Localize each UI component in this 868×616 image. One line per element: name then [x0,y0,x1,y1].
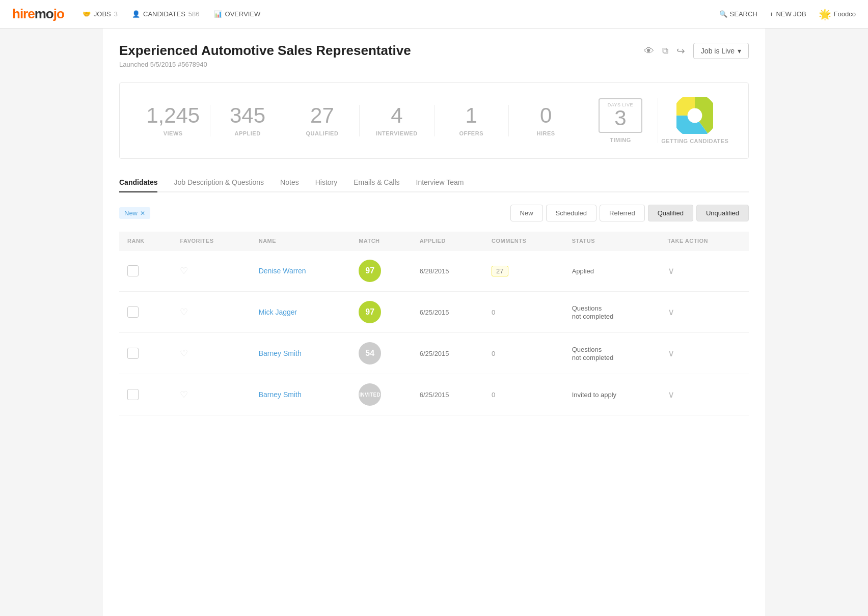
share-icon[interactable]: ↪ [676,45,685,57]
stat-hires: 0 HIRES [509,105,583,136]
nav-jobs[interactable]: 🤝 JOBS 3 [83,10,118,18]
search-icon: 🔍 [719,10,727,18]
stat-hires-value: 0 [509,105,583,126]
candidates-icon: 👤 [132,10,140,18]
row-checkbox[interactable] [127,265,139,276]
cell-status: Invited to apply [564,374,660,415]
chevron-down-icon: ▾ [738,47,741,55]
row-checkbox[interactable] [127,306,139,318]
nav-search[interactable]: 🔍 SEARCH [719,10,757,18]
cell-action: ∨ [660,333,749,374]
stat-interviewed-label: INTERVIEWED [360,130,433,136]
filter-btn-referred[interactable]: Referred [600,205,645,221]
cell-favorites: ♡ [172,250,250,292]
cell-rank [119,374,172,415]
filter-tag-close[interactable]: ✕ [140,210,145,217]
status-text2: not completed [572,354,614,361]
filter-btn-unqualified[interactable]: Unqualified [696,205,749,221]
filter-btn-scheduled[interactable]: Scheduled [546,205,596,221]
action-chevron-icon[interactable]: ∨ [668,389,674,400]
nav-new-job[interactable]: + NEW JOB [770,10,806,18]
filter-buttons: New Scheduled Referred Qualified Unquali… [510,205,749,221]
company-icon: 🌟 [819,8,831,20]
tab-notes[interactable]: Notes [280,173,299,192]
applied-date: 6/28/2015 [420,267,449,275]
stat-qualified: 27 QUALIFIED [285,105,360,136]
candidates-table: RANK FAVORITES NAME MATCH APPLIED COMMEN… [119,232,749,415]
action-chevron-icon[interactable]: ∨ [668,307,674,317]
nav-jobs-count: 3 [114,10,118,18]
candidate-name[interactable]: Mick Jagger [259,308,297,316]
nav-overview[interactable]: 📊 OVERVIEW [214,10,261,18]
cell-status: Questionsnot completed [564,292,660,333]
nav-company-label: Foodco [834,10,856,18]
cell-action: ∨ [660,292,749,333]
nav-candidates[interactable]: 👤 CANDIDATES 586 [132,10,200,18]
stat-timing: DAYS LIVE 3 TIMING [583,98,658,143]
candidate-name[interactable]: Barney Smith [259,349,302,357]
status-text: Questions [572,304,602,312]
stat-applied-label: APPLIED [210,130,284,136]
filter-btn-qualified[interactable]: Qualified [648,205,693,221]
favorite-heart-icon[interactable]: ♡ [180,348,188,358]
cell-rank [119,333,172,374]
tab-candidates[interactable]: Candidates [119,173,157,192]
job-actions: 👁 ⧉ ↪ Job is Live ▾ [644,43,749,59]
stat-qualified-label: QUALIFIED [285,130,359,136]
pie-label: GETTING CANDIDATES [661,138,728,144]
filter-tag-label: New [124,209,138,217]
stat-interviewed-value: 4 [360,105,433,126]
cell-rank [119,250,172,292]
filter-tag-new[interactable]: New ✕ [119,207,150,219]
favorite-heart-icon[interactable]: ♡ [180,266,188,276]
cell-match: 54 [350,333,412,374]
copy-icon[interactable]: ⧉ [662,46,668,56]
pie-chart-container: GETTING CANDIDATES [658,97,732,144]
table-row: ♡ Mick Jagger 97 6/25/2015 0 Questionsno… [119,292,749,333]
applied-date: 6/25/2015 [420,391,449,399]
cell-match: INVITED [350,374,412,415]
row-checkbox[interactable] [127,389,139,400]
favorite-heart-icon[interactable]: ♡ [180,389,188,400]
active-filter: New ✕ [119,207,150,219]
col-favorites: FAVORITES [172,232,250,250]
row-checkbox[interactable] [127,348,139,359]
candidate-name[interactable]: Barney Smith [259,390,302,399]
candidate-name[interactable]: Denise Warren [259,267,306,275]
tabs: Candidates Job Description & Questions N… [119,173,749,192]
nav-company[interactable]: 🌟 Foodco [819,8,856,20]
stat-views: 1,245 VIEWS [136,105,210,136]
top-nav: hiremojo 🤝 JOBS 3 👤 CANDIDATES 586 📊 OVE… [0,0,868,29]
match-badge: INVITED [359,383,381,406]
overview-icon: 📊 [214,10,222,18]
col-rank: RANK [119,232,172,250]
cell-name: Barney Smith [251,333,350,374]
favorite-heart-icon[interactable]: ♡ [180,307,188,317]
filter-btn-new[interactable]: New [510,205,543,221]
cell-action: ∨ [660,374,749,415]
tab-job-description[interactable]: Job Description & Questions [174,173,264,192]
col-take-action: TAKE ACTION [660,232,749,250]
cell-applied: 6/25/2015 [412,292,483,333]
timing-box: DAYS LIVE 3 [599,98,642,133]
logo[interactable]: hiremojo [12,6,64,22]
stat-applied-value: 345 [210,105,284,126]
job-info: Experienced Automotive Sales Representat… [119,43,411,68]
col-comments: COMMENTS [483,232,564,250]
stat-pie: GETTING CANDIDATES [658,97,732,144]
nav-items: 🤝 JOBS 3 👤 CANDIDATES 586 📊 OVERVIEW [83,10,719,18]
view-icon[interactable]: 👁 [644,45,654,57]
job-live-button[interactable]: Job is Live ▾ [693,43,749,59]
tab-emails-calls[interactable]: Emails & Calls [354,173,399,192]
timing-label: TIMING [583,137,657,143]
action-chevron-icon[interactable]: ∨ [668,348,674,358]
tab-interview-team[interactable]: Interview Team [416,173,464,192]
applied-date: 6/25/2015 [420,309,449,316]
stat-applied: 345 APPLIED [210,105,285,136]
table-row: ♡ Denise Warren 97 6/28/2015 27 Applied … [119,250,749,292]
col-status: STATUS [564,232,660,250]
action-chevron-icon[interactable]: ∨ [668,266,674,276]
tab-history[interactable]: History [315,173,338,192]
stat-views-label: VIEWS [136,130,210,136]
job-title: Experienced Automotive Sales Representat… [119,43,411,59]
